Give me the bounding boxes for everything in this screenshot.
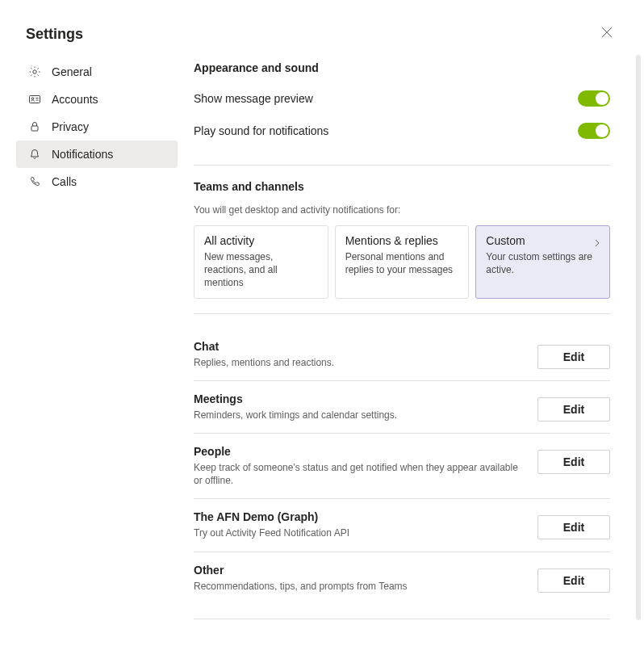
card-title: All activity bbox=[204, 234, 318, 247]
chevron-right-icon bbox=[593, 236, 601, 250]
teams-subtitle: You will get desktop and activity notifi… bbox=[194, 204, 610, 216]
bell-icon bbox=[27, 147, 42, 162]
sidebar: General Accounts Privacy Notifications C… bbox=[16, 58, 178, 646]
sidebar-item-label: Notifications bbox=[52, 148, 113, 161]
card-custom[interactable]: Custom Your custom settings are active. bbox=[475, 225, 610, 299]
row-title: People bbox=[194, 445, 521, 458]
scrollbar[interactable] bbox=[636, 55, 641, 620]
row-desc: Reminders, work timings and calendar set… bbox=[194, 409, 397, 422]
row-people: People Keep track of someone's status an… bbox=[194, 434, 610, 499]
row-desc: Try out Activity Feed Notification API bbox=[194, 526, 349, 539]
row-desc: Replies, mentions and reactions. bbox=[194, 356, 334, 369]
sidebar-item-label: Privacy bbox=[52, 120, 89, 133]
sidebar-item-label: General bbox=[52, 65, 92, 78]
card-desc: Your custom settings are active. bbox=[486, 250, 600, 276]
svg-rect-1 bbox=[30, 96, 40, 103]
close-icon bbox=[601, 27, 613, 41]
divider bbox=[194, 313, 610, 314]
row-chat: Chat Replies, mentions and reactions. Ed… bbox=[194, 329, 610, 381]
appearance-heading: Appearance and sound bbox=[194, 61, 610, 74]
help-row: Need help? Learn about notifications bbox=[194, 634, 610, 646]
sidebar-item-privacy[interactable]: Privacy bbox=[16, 113, 178, 141]
row-title: Chat bbox=[194, 340, 334, 353]
card-desc: Personal mentions and replies to your me… bbox=[345, 250, 459, 276]
sidebar-item-calls[interactable]: Calls bbox=[16, 168, 178, 195]
sidebar-item-label: Accounts bbox=[52, 93, 98, 106]
card-desc: New messages, reactions, and all mention… bbox=[204, 250, 318, 290]
row-afn-demo: The AFN Demo (Graph) Try out Activity Fe… bbox=[194, 499, 610, 552]
sidebar-item-general[interactable]: General bbox=[16, 58, 178, 86]
edit-meetings-button[interactable]: Edit bbox=[537, 397, 610, 422]
show-preview-toggle[interactable] bbox=[578, 90, 610, 107]
content-area: Appearance and sound Show message previe… bbox=[194, 58, 644, 646]
edit-people-button[interactable]: Edit bbox=[537, 450, 610, 474]
page-title: Settings bbox=[26, 26, 83, 43]
play-sound-label: Play sound for notifications bbox=[194, 124, 328, 137]
sidebar-item-label: Calls bbox=[52, 175, 77, 188]
show-preview-label: Show message preview bbox=[194, 92, 313, 105]
divider bbox=[194, 165, 610, 166]
svg-point-0 bbox=[33, 70, 36, 73]
row-other: Other Recommendations, tips, and prompts… bbox=[194, 552, 610, 604]
edit-afn-button[interactable]: Edit bbox=[537, 515, 610, 539]
sidebar-item-notifications[interactable]: Notifications bbox=[16, 141, 178, 168]
row-title: Meetings bbox=[194, 392, 397, 405]
row-title: Other bbox=[194, 564, 408, 577]
edit-chat-button[interactable]: Edit bbox=[537, 345, 610, 369]
teams-heading: Teams and channels bbox=[194, 180, 610, 193]
lock-icon bbox=[27, 120, 42, 134]
divider bbox=[194, 619, 610, 619]
phone-icon bbox=[27, 174, 42, 189]
row-desc: Keep track of someone's status and get n… bbox=[194, 461, 521, 487]
card-title: Mentions & replies bbox=[345, 234, 459, 247]
sidebar-item-accounts[interactable]: Accounts bbox=[16, 86, 178, 113]
svg-point-2 bbox=[31, 98, 34, 100]
gear-icon bbox=[27, 65, 42, 79]
row-meetings: Meetings Reminders, work timings and cal… bbox=[194, 381, 610, 434]
row-title: The AFN Demo (Graph) bbox=[194, 510, 349, 523]
close-button[interactable] bbox=[596, 23, 618, 45]
card-title: Custom bbox=[486, 234, 600, 247]
card-all-activity[interactable]: All activity New messages, reactions, an… bbox=[194, 225, 328, 299]
id-card-icon bbox=[27, 92, 42, 107]
card-mentions-replies[interactable]: Mentions & replies Personal mentions and… bbox=[335, 225, 470, 299]
row-desc: Recommendations, tips, and prompts from … bbox=[194, 580, 408, 593]
play-sound-toggle[interactable] bbox=[578, 123, 610, 139]
edit-other-button[interactable]: Edit bbox=[537, 568, 610, 593]
svg-rect-3 bbox=[31, 126, 38, 131]
